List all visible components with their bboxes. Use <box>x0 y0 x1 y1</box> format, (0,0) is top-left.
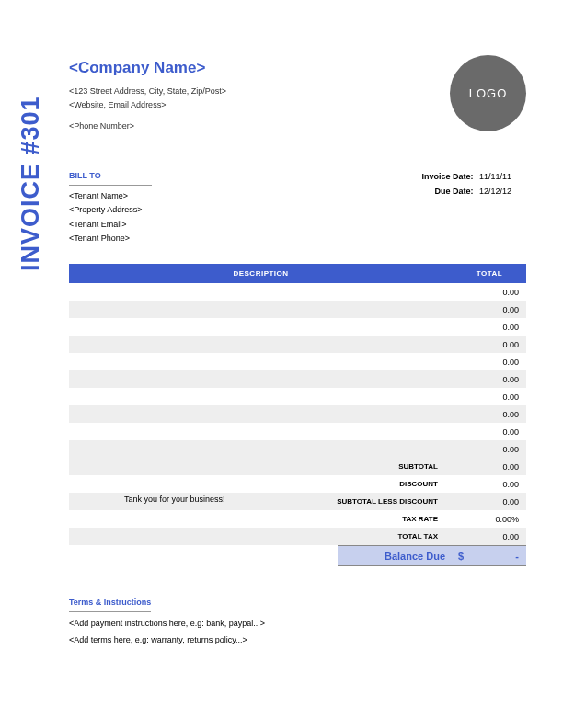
tenant-name: <Tenant Name> <box>69 189 152 203</box>
table-row: 0.00 <box>69 388 526 405</box>
invoice-side-title: INVOICE #301 <box>17 96 45 271</box>
bill-to-label: BILL TO <box>69 169 152 186</box>
total-tax-value: 0.00 <box>453 532 526 541</box>
row-description <box>69 353 453 370</box>
row-total: 0.00 <box>453 336 526 353</box>
company-address: <123 Street Address, City, State, Zip/Po… <box>69 85 226 98</box>
company-info: <Company Name> <123 Street Address, City… <box>69 55 226 134</box>
row-total: 0.00 <box>453 370 526 388</box>
invoice-meta: Invoice Date: 11/11/11 Due Date: 12/12/1… <box>407 169 526 245</box>
subtotal-value: 0.00 <box>453 462 526 472</box>
col-total: TOTAL <box>453 264 526 283</box>
row-total: 0.00 <box>453 423 526 440</box>
row-description <box>69 318 453 336</box>
row-description <box>69 336 453 353</box>
table-row: 0.00 <box>69 370 526 388</box>
table-row: 0.00 <box>69 318 526 336</box>
company-phone: <Phone Number> <box>69 119 226 133</box>
bill-to: BILL TO <Tenant Name> <Property Address>… <box>69 169 152 245</box>
row-total: 0.00 <box>453 388 526 405</box>
due-date-value: 12/12/12 <box>476 184 526 199</box>
invoice-date-value: 11/11/11 <box>476 169 526 184</box>
row-total: 0.00 <box>453 283 526 301</box>
balance-row: Balance Due $ - <box>338 545 526 566</box>
row-total: 0.00 <box>453 318 526 336</box>
table-row: 0.00 <box>69 336 526 353</box>
company-name: <Company Name> <box>69 55 226 82</box>
row-description <box>69 388 453 405</box>
row-description <box>69 405 453 423</box>
tenant-phone: <Tenant Phone> <box>69 232 152 245</box>
total-tax-label: TOTAL TAX <box>69 532 453 540</box>
balance-label: Balance Due <box>338 551 453 562</box>
terms-section: Terms & Instructions <Add payment instru… <box>69 594 526 648</box>
row-description <box>69 423 453 440</box>
invoice-date-label: Invoice Date: <box>407 169 473 184</box>
due-date-label: Due Date: <box>407 184 473 199</box>
items-tbody: 0.000.000.000.000.000.000.000.000.000.00 <box>69 283 526 458</box>
tax-rate-value: 0.00% <box>453 515 526 524</box>
summary: Tank you for your business! SUBTOTAL 0.0… <box>69 458 526 566</box>
table-row: 0.00 <box>69 423 526 440</box>
row-total: 0.00 <box>453 353 526 370</box>
property-address: <Property Address> <box>69 203 152 217</box>
terms-line-1: <Add payment instructions here, e.g: ban… <box>69 615 526 631</box>
row-description <box>69 370 453 388</box>
balance-currency: $ <box>453 551 485 562</box>
tax-rate-label: TAX RATE <box>69 515 453 523</box>
row-total: 0.00 <box>453 301 526 318</box>
col-description: DESCRIPTION <box>69 264 453 283</box>
row-total: 0.00 <box>453 440 526 458</box>
subtotal-label: SUBTOTAL <box>69 462 453 471</box>
bill-section: BILL TO <Tenant Name> <Property Address>… <box>69 169 526 245</box>
table-row: 0.00 <box>69 440 526 458</box>
items-table: DESCRIPTION TOTAL 0.000.000.000.000.000.… <box>69 264 526 458</box>
row-description <box>69 301 453 318</box>
table-row: 0.00 <box>69 405 526 423</box>
header: <Company Name> <123 Street Address, City… <box>69 55 526 134</box>
logo: LOGO <box>450 55 526 131</box>
table-row: 0.00 <box>69 283 526 301</box>
row-total: 0.00 <box>453 405 526 423</box>
discount-label: DISCOUNT <box>69 480 453 488</box>
table-row: 0.00 <box>69 301 526 318</box>
balance-value: - <box>485 551 526 562</box>
terms-label: Terms & Instructions <box>69 594 151 612</box>
tenant-email: <Tenant Email> <box>69 218 152 232</box>
subtotal-less-value: 0.00 <box>453 497 526 506</box>
row-description <box>69 440 453 458</box>
thank-you-text: Tank you for your business! <box>124 495 225 504</box>
row-description <box>69 283 453 301</box>
discount-value: 0.00 <box>453 480 526 489</box>
table-row: 0.00 <box>69 353 526 370</box>
terms-line-2: <Add terms here, e.g: warranty, returns … <box>69 631 526 648</box>
company-web-email: <Website, Email Address> <box>69 98 226 112</box>
